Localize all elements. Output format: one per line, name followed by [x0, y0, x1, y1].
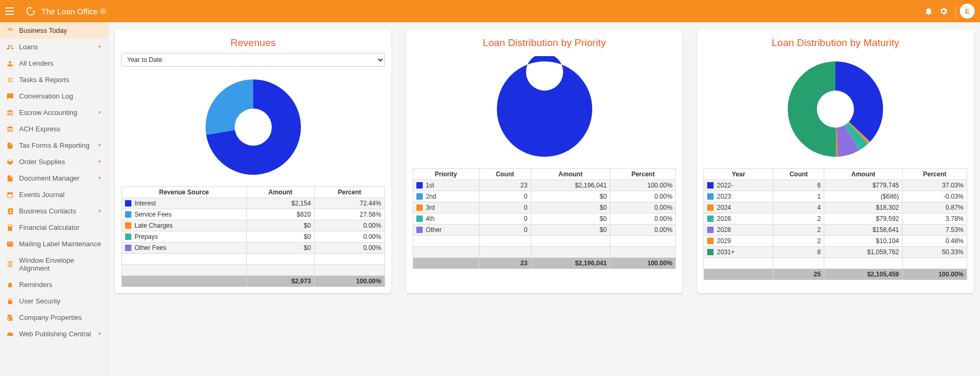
table-row: 3rd0$00.00%: [413, 202, 676, 213]
chevron-down-icon: ▼: [97, 159, 102, 164]
row-label: 2022-: [717, 182, 733, 189]
cell-percent: -0.03%: [903, 191, 967, 202]
table-row-blank: [122, 254, 385, 265]
sidebar: Business TodayLoans▼All LendersTasks & R…: [0, 22, 109, 376]
sidebar-item-label: All Lenders: [19, 59, 54, 67]
sidebar-item-label: Company Properties: [19, 314, 82, 321]
sidebar-item-label: Escrow Accounting: [19, 109, 77, 117]
footer-count: 23: [479, 258, 531, 269]
revenues-donut-chart: [200, 74, 306, 180]
legend-swatch-icon: [125, 245, 131, 251]
cell-amount: $0: [531, 202, 610, 213]
legend-swatch-icon: [707, 238, 714, 244]
legend-swatch-icon: [125, 222, 131, 229]
column-header: Year: [704, 169, 773, 180]
column-header: Amount: [824, 169, 903, 180]
sidebar-item[interactable]: Mailing Label Maintenance: [0, 236, 108, 252]
sidebar-item[interactable]: Business Today: [0, 22, 108, 39]
bank-icon: [6, 126, 14, 133]
chevron-down-icon: ▼: [97, 332, 102, 336]
table-row: Other0$00.00%: [413, 225, 676, 236]
table-row: Interest$2,15472.44%: [122, 198, 385, 209]
table-row: 2031+8$1,059,76250.33%: [704, 247, 967, 258]
menu-toggle-button[interactable]: [5, 5, 18, 17]
table-row: 20244$18,3020.87%: [704, 202, 967, 213]
legend-swatch-icon: [416, 182, 423, 189]
cell-amount: $10,104: [824, 236, 903, 247]
table-row: Late Charges$00.00%: [122, 220, 385, 231]
table-footer: 23$2,196,041100.00%: [413, 258, 676, 269]
legend-swatch-icon: [707, 204, 714, 211]
cell-percent: 0.00%: [610, 191, 676, 202]
sidebar-item[interactable]: Conversation Log: [0, 88, 108, 104]
sidebar-item[interactable]: User Security: [0, 293, 108, 309]
card-priority: Loan Distribution by Priority PriorityCo…: [406, 30, 683, 293]
sidebar-item-label: Web Publishing Central: [19, 330, 91, 338]
sidebar-item[interactable]: Tax Forms & Reporting▼: [0, 137, 108, 154]
row-label: 4th: [426, 215, 435, 222]
revenues-table: Revenue SourceAmountPercentInterest$2,15…: [121, 186, 385, 287]
row-label: Interest: [135, 200, 156, 207]
cell-count: 0: [479, 191, 531, 202]
doc-icon: [6, 142, 14, 149]
list-icon: [6, 76, 14, 84]
sidebar-item-label: Financial Calculator: [19, 223, 79, 231]
cell-percent: 0.00%: [314, 220, 385, 231]
sidebar-item-label: Conversation Log: [19, 92, 73, 100]
cell-amount: $0: [531, 191, 610, 202]
row-label: Late Charges: [135, 222, 173, 229]
maturity-table: YearCountAmountPercent2022-6$779,74537.0…: [703, 168, 967, 280]
footer-amount: $2,196,041: [531, 258, 610, 269]
sidebar-item-label: Events Journal: [19, 191, 65, 199]
sidebar-item[interactable]: Company Properties: [0, 309, 108, 326]
cell-percent: 100.00%: [610, 180, 676, 191]
sidebar-item[interactable]: Loans▼: [0, 39, 108, 55]
sidebar-item-label: Loans: [19, 43, 38, 51]
card-title: Loan Distribution by Maturity: [703, 37, 967, 49]
sidebar-item[interactable]: Business Contacts▼: [0, 203, 108, 219]
sidebar-item[interactable]: ACH Express: [0, 121, 108, 137]
sidebar-item[interactable]: Financial Calculator: [0, 219, 108, 236]
footer-amount: $2,105,459: [824, 269, 903, 280]
column-header: Amount: [531, 169, 610, 180]
sidebar-item[interactable]: Web Publishing Central▼: [0, 326, 108, 342]
settings-button[interactable]: [936, 4, 951, 19]
topbar: The Loan Office ® E: [0, 0, 980, 22]
sidebar-item[interactable]: All Lenders: [0, 55, 108, 71]
cell-amount: $820: [246, 209, 314, 220]
cell-percent: 0.00%: [314, 231, 385, 243]
card-title: Loan Distribution by Priority: [413, 37, 676, 49]
sidebar-item[interactable]: Tasks & Reports: [0, 71, 108, 88]
package-icon: [6, 158, 14, 166]
legend-swatch-icon: [707, 249, 714, 255]
cell-amount: ($686): [824, 191, 903, 202]
app-title: The Loan Office ®: [41, 7, 106, 16]
revenues-period-select[interactable]: Year to Date: [121, 53, 385, 67]
cell-amount: $2,154: [246, 198, 314, 209]
legend-swatch-icon: [416, 204, 423, 211]
cell-percent: 0.00%: [314, 243, 385, 254]
priority-table: PriorityCountAmountPercent1st23$2,196,04…: [413, 168, 676, 269]
row-label: Service Fees: [135, 211, 172, 218]
table-row: 1st23$2,196,041100.00%: [413, 180, 676, 191]
table-footer: 25$2,105,459100.00%: [704, 269, 967, 280]
notifications-button[interactable]: [921, 4, 936, 19]
cell-amount: $0: [531, 225, 610, 236]
bank-icon: [6, 109, 14, 117]
users-icon: [6, 43, 14, 51]
sidebar-item[interactable]: Reminders: [0, 276, 108, 293]
calc-icon: [6, 224, 14, 231]
table-row: 20282$158,6417.53%: [704, 225, 967, 236]
sidebar-item[interactable]: Escrow Accounting▼: [0, 104, 108, 121]
calendar-icon: [6, 191, 14, 199]
priority-donut-chart: [492, 56, 598, 162]
column-header: Percent: [903, 169, 967, 180]
sidebar-item[interactable]: Events Journal: [0, 186, 108, 203]
sidebar-item[interactable]: Window Envelope Alignment: [0, 252, 108, 276]
sidebar-item-label: Business Contacts: [19, 207, 76, 215]
sidebar-item[interactable]: Order Supplies▼: [0, 154, 108, 170]
cell-percent: 72.44%: [314, 198, 385, 209]
user-avatar-button[interactable]: E: [960, 4, 975, 19]
sidebar-item[interactable]: Document Manager▼: [0, 170, 108, 186]
cell-count: 4: [773, 202, 824, 213]
